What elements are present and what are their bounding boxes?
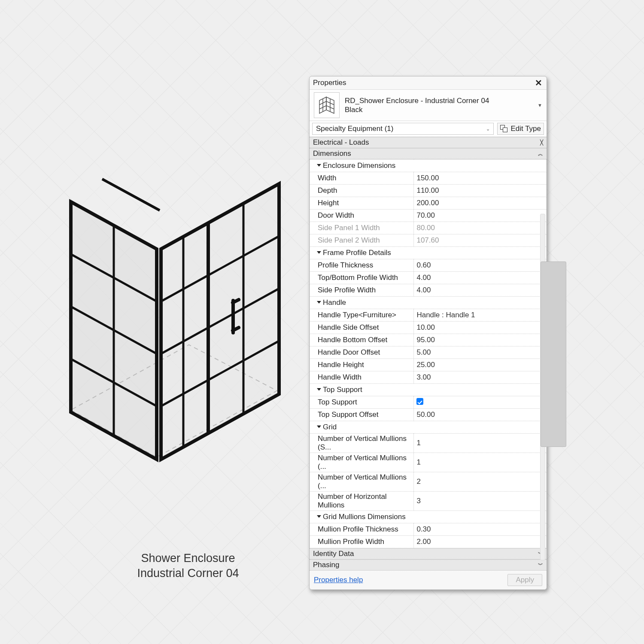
property-row[interactable]: Number of Vertical Mullions (...1: [310, 453, 547, 472]
property-row[interactable]: Height200.00: [310, 197, 547, 210]
close-icon[interactable]: ✕: [535, 78, 542, 88]
property-row[interactable]: Handle Bottom Offset95.00: [310, 334, 547, 346]
property-row[interactable]: Top/Bottom Profile Width4.00: [310, 272, 547, 284]
property-row[interactable]: Handle Door Offset5.00: [310, 346, 547, 359]
property-row[interactable]: Number of Vertical Mullions (...2: [310, 472, 547, 492]
property-row[interactable]: Handle Type<Furniture>Handle : Handle 1: [310, 309, 547, 322]
property-row[interactable]: Profile Thickness0.60: [310, 259, 547, 272]
product-caption: Shower Enclosure Industrial Corner 04: [102, 551, 274, 581]
property-row[interactable]: Mullion Profile Width2.00: [310, 536, 547, 548]
properties-panel: Properties ✕ RD_Shower Enclosure - Indus…: [309, 76, 547, 590]
property-row[interactable]: Mullion Profile Thickness0.30: [310, 523, 547, 536]
property-row[interactable]: Grid: [310, 421, 547, 434]
section-phasing[interactable]: Phasing︾: [310, 559, 547, 571]
panel-title: Properties: [313, 79, 346, 87]
properties-help-link[interactable]: Properties help: [314, 576, 363, 584]
chevron-down-icon: ⌄: [486, 126, 490, 132]
section-identity[interactable]: Identity Data︾: [310, 548, 547, 559]
section-dimensions[interactable]: Dimensions︽: [310, 148, 547, 159]
chevron-down-icon[interactable]: ▼: [538, 103, 542, 108]
property-row[interactable]: Handle Height25.00: [310, 359, 547, 371]
product-render: [39, 163, 296, 481]
property-row[interactable]: Side Panel 1 Width80.00: [310, 222, 547, 234]
apply-button[interactable]: Apply: [507, 574, 542, 586]
checkbox-checked-icon[interactable]: [416, 398, 423, 405]
property-row[interactable]: Depth110.00: [310, 185, 547, 197]
property-row[interactable]: Top Support Offset50.00: [310, 409, 547, 421]
property-row[interactable]: Handle: [310, 297, 547, 309]
property-row[interactable]: Number of Vertical Mullions (S...1: [310, 434, 547, 453]
property-row[interactable]: Side Panel 2 Width107.60: [310, 234, 547, 247]
scrollbar[interactable]: [540, 214, 545, 560]
property-row[interactable]: Handle Side Offset10.00: [310, 322, 547, 334]
property-row[interactable]: Handle Width3.00: [310, 371, 547, 384]
edit-type-icon: [500, 125, 508, 133]
category-selector[interactable]: Specialty Equipment (1) ⌄: [312, 123, 494, 135]
property-row[interactable]: Enclosure Dimensions: [310, 160, 547, 172]
type-thumbnail: [314, 92, 340, 118]
property-row[interactable]: Top Support: [310, 384, 547, 396]
section-electrical[interactable]: Electrical - Loads╳: [310, 137, 547, 148]
edit-type-button[interactable]: Edit Type: [497, 123, 544, 135]
property-row[interactable]: Top Support: [310, 396, 547, 409]
property-row[interactable]: Frame Profile Details: [310, 247, 547, 259]
property-row[interactable]: Width150.00: [310, 172, 547, 185]
properties-table: Enclosure DimensionsWidth150.00Depth110.…: [310, 159, 547, 548]
property-row[interactable]: Side Profile Width4.00: [310, 284, 547, 297]
property-row[interactable]: Grid Mullions Dimensions: [310, 511, 547, 523]
property-row[interactable]: Door Width70.00: [310, 210, 547, 222]
type-name: RD_Shower Enclosure - Industrial Corner …: [345, 96, 532, 115]
svg-line-12: [102, 179, 160, 210]
property-row[interactable]: Number of Horizontal Mullions3: [310, 492, 547, 511]
type-header[interactable]: RD_Shower Enclosure - Industrial Corner …: [310, 89, 547, 121]
